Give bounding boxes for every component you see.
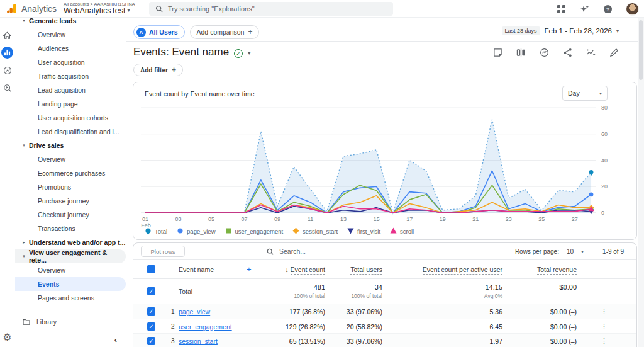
total-users-value: 20 (58.82%) (347, 323, 382, 331)
legend-item-first_visit[interactable]: first_visit (347, 227, 380, 235)
sidebar-item-events[interactable]: Events (15, 277, 126, 291)
chart-title: Event count by Event name over time (145, 90, 255, 98)
chevron-down-icon: ▾ (616, 28, 619, 34)
collapse-sidebar-icon[interactable]: ‹ (114, 335, 117, 344)
row-checkbox[interactable]: ✓ (147, 322, 155, 331)
recent-activity-icon[interactable] (540, 48, 549, 57)
search-input[interactable]: Try searching "Explorations" (149, 2, 393, 16)
help-icon[interactable]: ? (602, 4, 613, 14)
apps-grid-icon[interactable] (556, 4, 566, 14)
collapse-arrow-icon[interactable]: ▾ (21, 254, 27, 259)
sidebar-item-drive-sales[interactable]: ▾Drive sales (15, 139, 126, 152)
expand-arrow-icon[interactable]: ▸ (21, 240, 27, 245)
share-icon[interactable] (563, 48, 572, 57)
chart-card: Event count by Event name over time Day … (133, 82, 637, 240)
column-header-total-users[interactable]: Total users (350, 266, 382, 275)
sidebar-item-checkout-journey[interactable]: Checkout journey (15, 208, 126, 222)
svg-text:40: 40 (601, 157, 608, 164)
collapse-arrow-icon[interactable]: ▾ (21, 143, 27, 148)
timeseries-chart[interactable]: 02040608001Feb03050709111315171921232527 (138, 100, 633, 230)
home-icon[interactable] (1, 30, 13, 42)
svg-text:?: ? (606, 6, 609, 12)
sidebar-item-overview[interactable]: Overview (15, 152, 126, 166)
account-switcher[interactable]: All accounts > AAKA5HKR1SHNA WebAnalytic… (58, 2, 135, 16)
nav-list: ▾Generate leadsOverviewAudiencesUser acq… (15, 18, 126, 305)
column-header-per-active-user[interactable]: Event count per active user (423, 266, 502, 275)
table-search-input[interactable]: Search... (267, 247, 306, 255)
legend-item-user_engagement[interactable]: user_engagement (225, 227, 284, 235)
sidebar-item-lead-acquisition[interactable]: Lead acquisition (15, 83, 126, 97)
sidebar-item-user-acquisition-cohorts[interactable]: User acquisition cohorts (15, 111, 126, 125)
rows-per-page-value[interactable]: 10 (567, 248, 574, 255)
scrollbar-track[interactable] (638, 18, 644, 347)
sidebar-item-overview[interactable]: Overview (15, 28, 126, 42)
row-menu-icon[interactable]: ⋮ (601, 322, 608, 331)
sidebar-item-ecommerce-purchases[interactable]: Ecommerce purchases (15, 166, 126, 180)
assistant-sparkle-icon[interactable] (579, 4, 589, 14)
row-checkbox[interactable]: ✓ (147, 307, 155, 316)
analytics-logo[interactable]: Analytics (0, 3, 58, 14)
advertising-icon[interactable] (1, 64, 13, 76)
report-main: A All Users Add comparison + Last 28 day… (126, 18, 638, 347)
edit-pencil-icon[interactable] (609, 48, 619, 57)
sidebar-item-landing-page[interactable]: Landing page (15, 97, 126, 111)
total-row-checkbox[interactable]: ✓ (147, 287, 155, 295)
legend-item-page_view[interactable]: page_view (177, 227, 215, 235)
row-menu-icon[interactable]: ⋮ (601, 337, 608, 345)
row-menu-icon[interactable]: ⋮ (601, 307, 608, 316)
event-name-link[interactable]: page_view (179, 308, 210, 316)
legend-label: Total (155, 228, 167, 235)
event-count-value: 65 (13.51%) (289, 338, 325, 345)
chevron-down-icon[interactable]: ▾ (248, 50, 250, 56)
add-comparison-label: Add comparison (197, 28, 245, 36)
date-range-picker[interactable]: Last 28 days Feb 1 - Feb 28, 2026 ▾ (502, 26, 619, 35)
select-all-checkbox[interactable]: – (147, 265, 155, 273)
page-title[interactable]: Events: Event name (133, 46, 229, 60)
scrollbar-thumb[interactable] (639, 20, 643, 80)
sidebar-item-lead-disqualification-and-l[interactable]: Lead disqualification and l... (15, 125, 126, 139)
insights-icon[interactable] (586, 48, 596, 57)
column-header-event-count[interactable]: Event count (291, 266, 325, 275)
sidebar-item-overview[interactable]: Overview (15, 263, 126, 277)
sidebar-item-generate-leads[interactable]: ▾Generate leads (15, 18, 126, 28)
all-users-chip[interactable]: A All Users (133, 25, 185, 39)
table-rows: ✓1page_view177 (36.8%)33 (97.06%)5.36$0.… (133, 304, 636, 347)
sidebar-item-user-acquisition[interactable]: User acquisition (15, 55, 126, 69)
legend-item-scroll[interactable]: scroll (390, 227, 414, 235)
reports-icon[interactable] (1, 47, 13, 59)
plot-rows-button[interactable]: Plot rows (141, 246, 185, 257)
sidebar-item-audiences[interactable]: Audiences (15, 42, 126, 55)
svg-text:07: 07 (242, 216, 248, 222)
settings-gear-icon[interactable]: ⚙ (1, 331, 13, 343)
row-checkbox[interactable]: ✓ (147, 337, 155, 345)
explore-icon[interactable] (1, 82, 13, 94)
sidebar-item-understand-web-and-or-app-t[interactable]: ▸Understand web and/or app t... (15, 236, 126, 249)
data-quality-check-icon[interactable]: ✓ (234, 49, 243, 58)
event-name-link[interactable]: user_engagement (179, 323, 232, 331)
sidebar-item-pages-and-screens[interactable]: Pages and screens (15, 291, 126, 305)
add-dimension-button[interactable]: + (247, 265, 252, 274)
sidebar-item-traffic-acquisition[interactable]: Traffic acquisition (15, 69, 126, 83)
comparison-columns-icon[interactable] (516, 48, 526, 57)
legend-item-total[interactable]: Total (145, 227, 167, 235)
collapse-arrow-icon[interactable]: ▾ (21, 18, 27, 23)
sidebar-item-view-user-engagement-rete[interactable]: ▾View user engagement & rete... (15, 249, 126, 263)
sidebar-item-library[interactable]: Library (15, 314, 126, 329)
snapshot-card-icon[interactable] (493, 48, 502, 57)
sidebar-item-transactions[interactable]: Transactions (15, 222, 126, 236)
user-avatar[interactable] (626, 3, 639, 16)
plus-icon: + (248, 28, 252, 37)
add-comparison-button[interactable]: Add comparison + (190, 25, 260, 39)
chevron-down-icon[interactable]: ▾ (581, 249, 584, 254)
granularity-select[interactable]: Day ▾ (562, 86, 608, 101)
column-header-event-name[interactable]: Event name (179, 266, 214, 273)
header-divider (126, 41, 638, 42)
sidebar-item-purchase-journey[interactable]: Purchase journey (15, 194, 126, 208)
column-header-total-revenue[interactable]: Total revenue (537, 266, 577, 275)
sidebar-item-promotions[interactable]: Promotions (15, 180, 126, 194)
legend-item-session_start[interactable]: session_start (292, 227, 338, 235)
event-name-link[interactable]: session_start (179, 338, 218, 345)
triangle-down-marker-icon (347, 227, 354, 235)
add-filter-button[interactable]: Add filter + (133, 64, 183, 76)
revenue-value: $0.00 (–) (550, 308, 577, 316)
